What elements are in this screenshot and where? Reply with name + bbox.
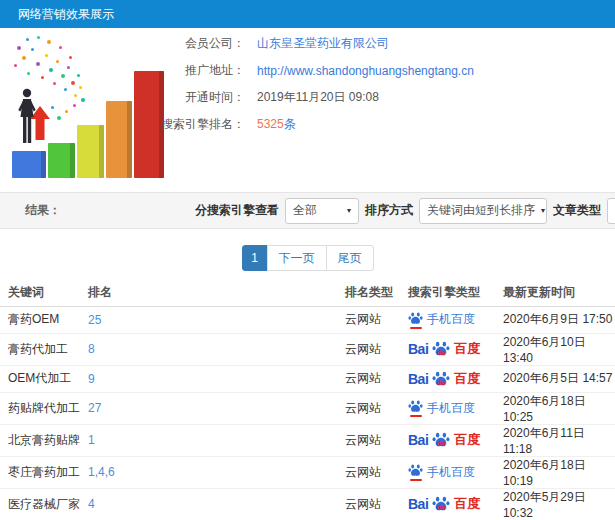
page-1-button[interactable]: 1 (242, 245, 268, 271)
baidu-logo-badge[interactable]: Baidu百度 (408, 340, 480, 358)
engine-cell: Baidu百度 (408, 365, 503, 392)
confetti-dot (26, 38, 29, 41)
engine-cell: 手机百度 (408, 306, 503, 333)
engine-filter-select[interactable]: 全部 ▾ (285, 198, 359, 224)
rank-link[interactable]: 4 (88, 497, 95, 511)
rank-link[interactable]: 9 (88, 372, 95, 386)
col-keyword: 关键词 (0, 280, 88, 306)
baidu-logo-text-du: du (437, 349, 446, 356)
rank-type-cell: 云网站 (345, 306, 408, 333)
next-page-button[interactable]: 下一页 (267, 245, 327, 271)
baidu-paw-icon (408, 399, 423, 414)
confetti-dot (56, 60, 59, 63)
article-filter-label: 文章类型 (553, 202, 601, 219)
rank-type-cell: 云网站 (345, 488, 408, 520)
confetti-dot (73, 104, 76, 107)
rank-link[interactable]: 25 (88, 313, 101, 327)
confetti-dot (17, 46, 21, 50)
sort-filter-select[interactable]: 关键词由短到长排序 ▾ (419, 198, 547, 224)
paw-underline (410, 415, 422, 417)
info-row: 会员公司：山东皇圣堂药业有限公司 (115, 30, 605, 57)
info-row: 推广地址：http://www.shandonghuangshengtang.c… (115, 57, 605, 84)
baidu-logo-text-cn: 百度 (454, 340, 480, 358)
mobile-baidu-icon (408, 311, 423, 329)
confetti-dot (74, 94, 77, 97)
filter-controls: 分搜索引擎查看 全部 ▾ 排序方式 关键词由短到长排序 ▾ 文章类型 全部 ▾ … (195, 193, 615, 228)
table-row: 膏药OEM 25 云网站 手机百度 2020年6月9日 17:50 (0, 306, 615, 333)
engine-cell: 手机百度 (408, 392, 503, 424)
keyword-cell: 枣庄膏药加工 (0, 456, 88, 488)
engine-label: 手机百度 (427, 311, 475, 328)
ranking-table: 关键词 排名 排名类型 搜索引擎类型 最新更新时间 膏药OEM 25 云网站 手… (0, 280, 615, 520)
mobile-baidu-icon (408, 399, 423, 417)
confetti-dot (53, 82, 56, 85)
table-row: 枣庄膏药加工 1,4,6 云网站 手机百度 2020年6月18日 10:19 (0, 456, 615, 488)
table-row: 膏药代加工 8 云网站 Baidu百度 2020年6月10日 13:40 (0, 333, 615, 365)
rank-link[interactable]: 1 (88, 433, 95, 447)
confetti-dot (71, 81, 75, 85)
keyword-cell: 膏药代加工 (0, 333, 88, 365)
table-row: 医疗器械厂家 4 云网站 Baidu百度 2020年5月29日 10:32 (0, 488, 615, 520)
baidu-paw-du-icon: du (432, 495, 450, 513)
confetti-dot (27, 72, 30, 75)
table-header-row: 关键词 排名 排名类型 搜索引擎类型 最新更新时间 (0, 280, 615, 306)
confetti-dot (64, 88, 67, 91)
keyword-cell: OEM代加工 (0, 365, 88, 392)
paw-underline (410, 479, 422, 481)
baidu-logo-badge[interactable]: Baidu百度 (408, 495, 480, 513)
bar-chart-bar (77, 125, 104, 178)
search-engine-rank-count[interactable]: 5325条 (257, 116, 296, 133)
info-value-link[interactable]: http://www.shandonghuangshengtang.cn (257, 64, 474, 78)
article-filter-select[interactable]: 全部 ▾ (607, 198, 615, 224)
rank-type-cell: 云网站 (345, 392, 408, 424)
confetti-dot (51, 106, 54, 109)
mobile-baidu-icon (408, 463, 423, 481)
table-body: 膏药OEM 25 云网站 手机百度 2020年6月9日 17:50 膏药代加工 … (0, 306, 615, 520)
confetti-dot (61, 74, 65, 78)
confetti-dot (14, 64, 17, 67)
baidu-logo-text-du: du (437, 440, 446, 447)
baidu-logo-text-du: du (437, 504, 446, 511)
baidu-logo-badge[interactable]: Baidu百度 (408, 370, 480, 388)
page-title: 网络营销效果展示 (0, 0, 615, 28)
engine-cell: Baidu百度 (408, 488, 503, 520)
keyword-cell: 膏药OEM (0, 306, 88, 333)
engine-label: 手机百度 (427, 464, 475, 481)
updated-cell: 2020年6月18日 10:19 (503, 456, 615, 488)
mobile-baidu-badge[interactable]: 手机百度 (408, 311, 475, 329)
baidu-logo-text-bai: Bai (408, 432, 428, 448)
last-page-button[interactable]: 尾页 (326, 245, 374, 271)
mobile-baidu-badge[interactable]: 手机百度 (408, 463, 475, 481)
paw-underline (410, 327, 422, 329)
mobile-baidu-badge[interactable]: 手机百度 (408, 399, 475, 417)
result-label: 结果： (25, 193, 61, 228)
chevron-down-icon: ▾ (541, 206, 545, 215)
rank-type-cell: 云网站 (345, 365, 408, 392)
rank-link[interactable]: 27 (88, 401, 101, 415)
sort-filter-label: 排序方式 (365, 202, 413, 219)
keyword-cell: 北京膏药贴牌 (0, 424, 88, 456)
info-label: 会员公司： (115, 35, 245, 52)
info-label: 搜索引擎排名： (115, 116, 245, 133)
rank-link[interactable]: 8 (88, 342, 95, 356)
title-bar: 网络营销效果展示 (0, 0, 615, 28)
baidu-logo-text-bai: Bai (408, 371, 428, 387)
engine-filter-label: 分搜索引擎查看 (195, 202, 279, 219)
confetti-dot (65, 110, 68, 113)
col-engine-type: 搜索引擎类型 (408, 280, 503, 306)
confetti-dot (36, 62, 40, 66)
chevron-down-icon: ▾ (347, 206, 351, 215)
confetti-dot (22, 56, 26, 60)
col-rank: 排名 (88, 280, 345, 306)
baidu-paw-icon (408, 463, 423, 478)
confetti-dot (77, 74, 80, 77)
rank-link[interactable]: 1,4,6 (88, 465, 115, 479)
baidu-paw-du-icon: du (432, 431, 450, 449)
table-row: OEM代加工 9 云网站 Baidu百度 2020年6月5日 14:57 (0, 365, 615, 392)
baidu-logo-badge[interactable]: Baidu百度 (408, 431, 480, 449)
info-value-link[interactable]: 山东皇圣堂药业有限公司 (257, 35, 389, 52)
rank-type-cell: 云网站 (345, 456, 408, 488)
baidu-logo-text-cn: 百度 (454, 431, 480, 449)
baidu-logo-text-cn: 百度 (454, 370, 480, 388)
confetti-dot (41, 76, 44, 79)
